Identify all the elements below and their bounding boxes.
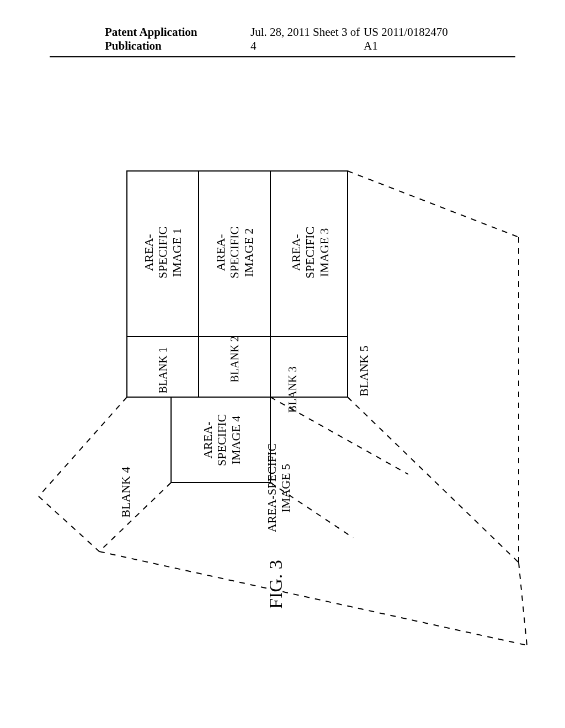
label-blank2: BLANK 2 bbox=[228, 329, 241, 390]
label-blank4: BLANK 4 bbox=[119, 459, 132, 526]
svg-rect-5 bbox=[270, 336, 348, 397]
label-area2: AREA-SPECIFICIMAGE 2 bbox=[214, 225, 255, 280]
label-blank1: BLANK 1 bbox=[157, 340, 169, 401]
svg-line-15 bbox=[99, 552, 527, 645]
label-area5: AREA-SPECIFICIMAGE 5 bbox=[265, 444, 293, 532]
label-blank5: BLANK 5 bbox=[357, 338, 371, 404]
svg-line-7 bbox=[348, 171, 519, 237]
label-blank3: BLANK 3 bbox=[286, 360, 299, 420]
svg-line-12 bbox=[99, 483, 171, 552]
header-publication: Patent Application Publication bbox=[105, 25, 250, 53]
svg-line-16 bbox=[519, 563, 527, 645]
header-docnum: US 2011/0182470 A1 bbox=[364, 25, 460, 53]
figure-caption: FIG. 3 bbox=[265, 546, 286, 623]
label-area1: AREA-SPECIFICIMAGE 1 bbox=[142, 225, 184, 280]
svg-line-8 bbox=[348, 397, 519, 563]
label-area3: AREA-SPECIFICIMAGE 3 bbox=[289, 225, 331, 280]
header-sheet: Jul. 28, 2011 Sheet 3 of 4 bbox=[250, 25, 364, 53]
label-area4: AREA-SPECIFICIMAGE 4 bbox=[201, 413, 243, 468]
svg-line-13 bbox=[39, 496, 99, 552]
svg-line-11 bbox=[39, 397, 127, 496]
figure-3: AREA-SPECIFICIMAGE 1 AREA-SPECIFICIMAGE … bbox=[0, 66, 565, 673]
page-header: Patent Application Publication Jul. 28, … bbox=[50, 25, 515, 57]
